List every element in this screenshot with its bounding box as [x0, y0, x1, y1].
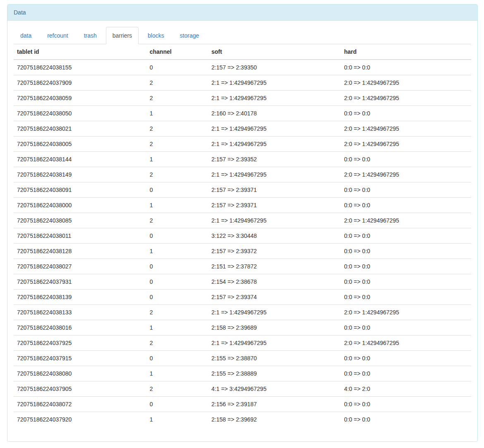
table-row: 72075186224038144 1 2:157 => 2:39352 0:0… [14, 152, 471, 167]
tab-item-barriers: barriers [106, 27, 139, 44]
cell-hard: 0:0 => 0:0 [341, 244, 471, 259]
cell-channel: 1 [146, 320, 208, 335]
tab-item-trash: trash [77, 27, 103, 44]
tab-barriers[interactable]: barriers [106, 27, 139, 44]
cell-soft: 2:157 => 2:39374 [208, 290, 341, 305]
panel-body: data refcount trash barriers blocks stor… [7, 21, 477, 441]
cell-soft: 2:156 => 2:39187 [208, 397, 341, 412]
cell-tablet-id: 72075186224038050 [14, 106, 146, 121]
cell-hard: 2:0 => 1:4294967295 [341, 167, 471, 182]
table-row: 72075186224037931 0 2:154 => 2:38678 0:0… [14, 274, 471, 290]
table-row: 72075186224038080 1 2:155 => 2:38889 0:0… [14, 366, 471, 381]
cell-tablet-id: 72075186224038155 [14, 60, 146, 75]
tab-blocks[interactable]: blocks [141, 27, 171, 44]
cell-channel: 1 [146, 106, 208, 121]
table-row: 72075186224037915 0 2:155 => 2:38870 0:0… [14, 351, 471, 366]
table-row: 72075186224038139 0 2:157 => 2:39374 0:0… [14, 290, 471, 305]
cell-tablet-id: 72075186224038000 [14, 198, 146, 213]
cell-tablet-id: 72075186224038059 [14, 91, 146, 106]
cell-hard: 0:0 => 0:0 [341, 198, 471, 213]
cell-tablet-id: 72075186224038027 [14, 259, 146, 274]
cell-hard: 2:0 => 1:4294967295 [341, 121, 471, 137]
cell-channel: 1 [146, 198, 208, 213]
cell-tablet-id: 72075186224038085 [14, 213, 146, 228]
cell-soft: 2:1 => 1:4294967295 [208, 213, 341, 228]
cell-soft: 2:158 => 2:39692 [208, 412, 341, 427]
table-row: 72075186224038050 1 2:160 => 2:40178 0:0… [14, 106, 471, 121]
cell-soft: 2:1 => 1:4294967295 [208, 305, 341, 320]
cell-soft: 2:1 => 1:4294967295 [208, 91, 341, 106]
cell-tablet-id: 72075186224038128 [14, 244, 146, 259]
cell-channel: 0 [146, 397, 208, 412]
cell-hard: 0:0 => 0:0 [341, 366, 471, 381]
cell-tablet-id: 72075186224037925 [14, 335, 146, 351]
cell-hard: 0:0 => 0:0 [341, 412, 471, 427]
cell-soft: 4:1 => 3:4294967295 [208, 381, 341, 397]
cell-tablet-id: 72075186224038005 [14, 137, 146, 152]
cell-soft: 2:158 => 2:39689 [208, 320, 341, 335]
cell-channel: 2 [146, 91, 208, 106]
tab-trash[interactable]: trash [77, 27, 103, 44]
cell-channel: 0 [146, 60, 208, 75]
cell-channel: 2 [146, 305, 208, 320]
table-row: 72075186224038000 1 2:157 => 2:39371 0:0… [14, 198, 471, 213]
cell-hard: 2:0 => 1:4294967295 [341, 213, 471, 228]
cell-hard: 2:0 => 1:4294967295 [341, 137, 471, 152]
cell-soft: 2:1 => 1:4294967295 [208, 75, 341, 91]
cell-soft: 2:1 => 1:4294967295 [208, 335, 341, 351]
cell-hard: 0:0 => 0:0 [341, 182, 471, 198]
cell-soft: 2:154 => 2:38678 [208, 274, 341, 290]
cell-soft: 2:157 => 2:39371 [208, 198, 341, 213]
cell-channel: 1 [146, 412, 208, 427]
cell-channel: 1 [146, 366, 208, 381]
cell-hard: 0:0 => 0:0 [341, 259, 471, 274]
data-panel: Data data refcount trash barriers blocks [7, 4, 478, 442]
cell-hard: 0:0 => 0:0 [341, 228, 471, 244]
tab-item-refcount: refcount [41, 27, 75, 44]
cell-channel: 0 [146, 182, 208, 198]
cell-channel: 2 [146, 381, 208, 397]
column-header-tablet-id: tablet id [14, 44, 146, 60]
table-row: 72075186224038149 2 2:1 => 1:4294967295 … [14, 167, 471, 182]
cell-soft: 2:1 => 1:4294967295 [208, 167, 341, 182]
cell-tablet-id: 72075186224038016 [14, 320, 146, 335]
panel-heading: Data [7, 5, 477, 21]
cell-tablet-id: 72075186224037931 [14, 274, 146, 290]
cell-tablet-id: 72075186224038133 [14, 305, 146, 320]
cell-channel: 1 [146, 244, 208, 259]
cell-channel: 2 [146, 75, 208, 91]
cell-hard: 4:0 => 2:0 [341, 381, 471, 397]
table-row: 72075186224038128 1 2:157 => 2:39372 0:0… [14, 244, 471, 259]
cell-soft: 2:1 => 1:4294967295 [208, 137, 341, 152]
cell-hard: 2:0 => 1:4294967295 [341, 335, 471, 351]
tab-data[interactable]: data [14, 27, 38, 44]
cell-channel: 0 [146, 259, 208, 274]
tab-storage[interactable]: storage [173, 27, 206, 44]
table-body: 72075186224038155 0 2:157 => 2:39350 0:0… [14, 60, 471, 427]
cell-hard: 0:0 => 0:0 [341, 397, 471, 412]
tab-refcount[interactable]: refcount [41, 27, 75, 44]
cell-channel: 2 [146, 121, 208, 137]
cell-soft: 3:122 => 3:30448 [208, 228, 341, 244]
cell-soft: 2:157 => 2:39372 [208, 244, 341, 259]
cell-soft: 2:155 => 2:38870 [208, 351, 341, 366]
cell-hard: 0:0 => 0:0 [341, 320, 471, 335]
cell-channel: 1 [146, 152, 208, 167]
table-row: 72075186224038091 0 2:157 => 2:39371 0:0… [14, 182, 471, 198]
tab-item-data: data [14, 27, 38, 44]
table-row: 72075186224037909 2 2:1 => 1:4294967295 … [14, 75, 471, 91]
cell-hard: 0:0 => 0:0 [341, 290, 471, 305]
cell-hard: 0:0 => 0:0 [341, 274, 471, 290]
cell-hard: 0:0 => 0:0 [341, 152, 471, 167]
table-row: 72075186224037920 1 2:158 => 2:39692 0:0… [14, 412, 471, 427]
table-row: 72075186224037905 2 4:1 => 3:4294967295 … [14, 381, 471, 397]
page: Data data refcount trash barriers blocks [0, 4, 484, 448]
cell-hard: 2:0 => 1:4294967295 [341, 91, 471, 106]
barriers-table: tablet id channel soft hard 720751862240… [14, 44, 471, 427]
tab-bar: data refcount trash barriers blocks stor… [14, 27, 471, 44]
cell-hard: 0:0 => 0:0 [341, 106, 471, 121]
cell-tablet-id: 72075186224037909 [14, 75, 146, 91]
table-row: 72075186224038155 0 2:157 => 2:39350 0:0… [14, 60, 471, 75]
column-header-hard: hard [341, 44, 471, 60]
cell-tablet-id: 72075186224037920 [14, 412, 146, 427]
